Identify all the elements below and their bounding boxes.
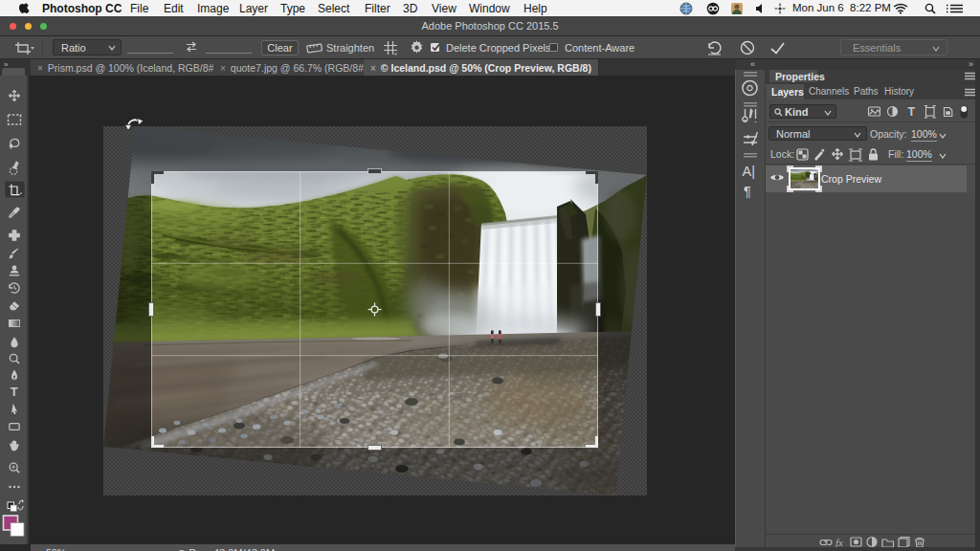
svg-text:¶: ¶	[744, 184, 751, 199]
svg-text:T: T	[908, 105, 916, 119]
svg-text:A|: A|	[743, 164, 755, 179]
svg-text:T: T	[11, 385, 18, 399]
